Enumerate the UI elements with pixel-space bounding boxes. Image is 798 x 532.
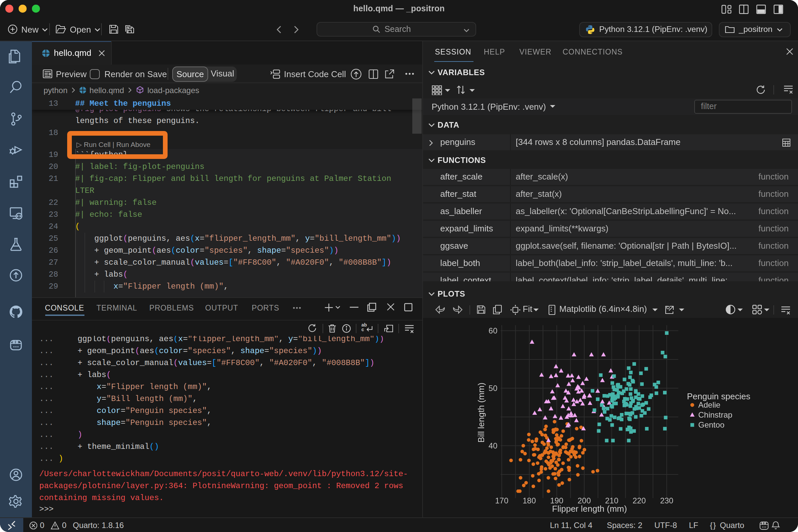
svg-text:Bill length (mm): Bill length (mm) bbox=[476, 382, 486, 442]
svg-text:Adelie: Adelie bbox=[698, 400, 721, 409]
svg-text:Flipper length (mm): Flipper length (mm) bbox=[552, 504, 627, 513]
svg-text:Penguin species: Penguin species bbox=[687, 391, 750, 401]
svg-text:40: 40 bbox=[489, 441, 497, 450]
svg-text:50: 50 bbox=[489, 383, 497, 392]
svg-text:170: 170 bbox=[495, 496, 508, 505]
svg-text:180: 180 bbox=[523, 496, 536, 505]
svg-text:60: 60 bbox=[489, 326, 497, 335]
svg-text:230: 230 bbox=[660, 496, 673, 505]
svg-text:Chinstrap: Chinstrap bbox=[698, 410, 733, 419]
svg-text:220: 220 bbox=[632, 496, 646, 505]
svg-text:Gentoo: Gentoo bbox=[698, 420, 724, 429]
